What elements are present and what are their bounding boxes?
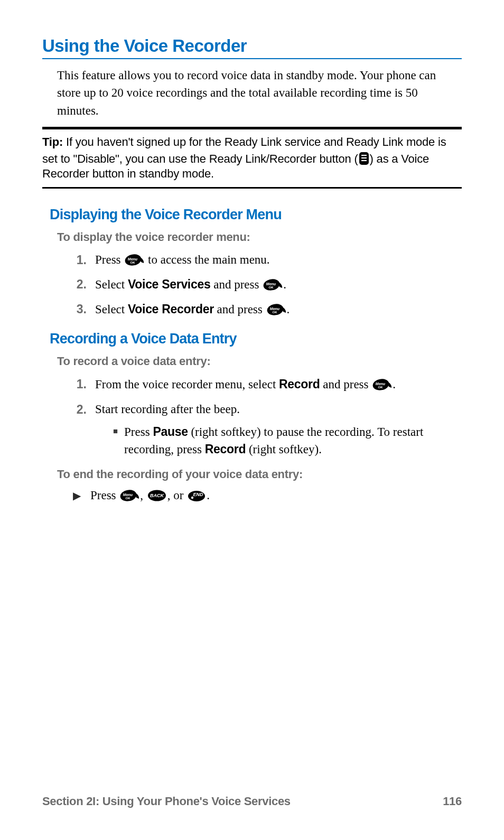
text: Select [95, 303, 128, 316]
text: (right softkey). [246, 443, 322, 456]
substep-list: ■ Press Pause (right softkey) to pause t… [95, 423, 462, 458]
text: . [207, 489, 210, 502]
arrow-step-list: ▶ Press , , or . [73, 489, 462, 502]
step-text: Select Voice Services and press . [95, 276, 286, 293]
ready-link-button-icon [359, 152, 369, 165]
step-number: 2. [73, 276, 87, 293]
text: and press [210, 278, 262, 291]
menu-ok-key-icon [371, 379, 393, 390]
end-key-icon [186, 490, 207, 501]
tip-rule-bottom [42, 187, 462, 189]
section-heading-recording: Recording a Voice Data Entry [50, 331, 462, 347]
step-number: 1. [73, 251, 87, 268]
steps-display-menu: 1. Press to access the main menu. 2. Sel… [42, 251, 462, 319]
text-bold: Voice Services [128, 277, 211, 291]
bullet-icon: ■ [113, 423, 118, 458]
lead-end-recording: To end the recording of your voice data … [57, 468, 462, 481]
text: to access the main menu. [145, 253, 269, 266]
section-heading-display-menu: Displaying the Voice Recorder Menu [50, 207, 462, 223]
menu-ok-key-icon [262, 279, 283, 291]
menu-ok-key-icon [119, 490, 140, 501]
menu-ok-key-icon [124, 254, 145, 266]
lead-recording: To record a voice data entry: [57, 354, 462, 368]
text: From the voice recorder menu, select [95, 378, 279, 391]
page-number: 116 [443, 795, 462, 808]
text: and press [320, 378, 372, 391]
text: and press [214, 303, 266, 316]
triangle-bullet-icon: ▶ [73, 489, 81, 502]
text: Press [124, 425, 153, 438]
text: . [393, 378, 396, 391]
step-number: 1. [73, 376, 87, 393]
step-text: From the voice recorder menu, select Rec… [95, 376, 396, 393]
step-text: Press to access the main menu. [95, 251, 270, 268]
step: 1. From the voice recorder menu, select … [73, 376, 462, 393]
step-number: 3. [73, 301, 87, 318]
text: , or [167, 489, 186, 502]
intro-paragraph: This feature allows you to record voice … [42, 67, 462, 127]
step: 2. Start recording after the beep. ■ Pre… [73, 401, 462, 459]
page: Using the Voice Recorder This feature al… [0, 0, 504, 840]
menu-ok-key-icon [266, 304, 287, 315]
arrow-step: ▶ Press , , or . [73, 489, 462, 502]
page-footer: Section 2I: Using Your Phone's Voice Ser… [42, 795, 462, 808]
text-bold: Pause [153, 425, 188, 438]
substep: ■ Press Pause (right softkey) to pause t… [113, 423, 462, 458]
text-bold: Voice Recorder [128, 302, 214, 316]
text: . [287, 303, 290, 316]
step-text: Select Voice Recorder and press . [95, 301, 290, 318]
step-number: 2. [73, 401, 87, 418]
text-bold: Record [205, 442, 246, 456]
substep-text: Press Pause (right softkey) to pause the… [124, 423, 462, 458]
steps-recording: 1. From the voice recorder menu, select … [42, 376, 462, 458]
step: 3. Select Voice Recorder and press . [73, 301, 462, 318]
arrow-step-text: Press , , or . [90, 489, 210, 502]
text: Press [95, 253, 124, 266]
step: 2. Select Voice Services and press . [73, 276, 462, 293]
text: . [283, 278, 286, 291]
text: , [140, 489, 146, 502]
tip-box: Tip: If you haven't signed up for the Re… [42, 129, 462, 187]
footer-section: Section 2I: Using Your Phone's Voice Ser… [42, 795, 291, 808]
text: Press [90, 489, 119, 502]
tip-label: Tip: [42, 135, 63, 148]
back-key-icon [146, 490, 167, 501]
page-title: Using the Voice Recorder [42, 36, 462, 59]
step-text: Start recording after the beep. ■ Press … [95, 401, 462, 459]
step: 1. Press to access the main menu. [73, 251, 462, 268]
text: Start recording after the beep. [95, 403, 240, 416]
text: Select [95, 278, 128, 291]
text-bold: Record [279, 377, 320, 391]
lead-display-menu: To display the voice recorder menu: [57, 230, 462, 244]
